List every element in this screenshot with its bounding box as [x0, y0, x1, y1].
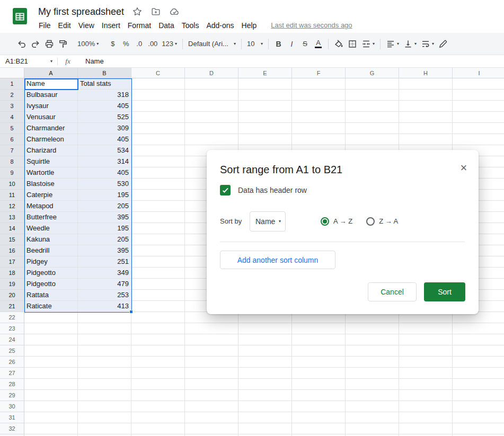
col-header-H[interactable]: H: [399, 68, 453, 78]
cell-A11[interactable]: Caterpie: [24, 190, 78, 201]
cell-A2[interactable]: Bulbasaur: [24, 90, 78, 101]
row-header-11[interactable]: 11: [0, 190, 24, 201]
cell-D4[interactable]: [185, 112, 238, 123]
col-header-D[interactable]: D: [185, 68, 238, 78]
cell-D26[interactable]: [185, 357, 238, 368]
cell-A7[interactable]: Charizard: [24, 145, 78, 156]
cell-C4[interactable]: [131, 112, 185, 123]
cell-C8[interactable]: [131, 156, 185, 167]
italic-button[interactable]: I: [285, 37, 298, 51]
cell-C19[interactable]: [131, 279, 185, 290]
cell-I6[interactable]: [453, 134, 504, 145]
cell-D2[interactable]: [185, 90, 238, 101]
cell-C21[interactable]: [131, 301, 185, 312]
cell-B29[interactable]: [78, 390, 131, 401]
menu-format[interactable]: Format: [124, 20, 155, 31]
cell-C23[interactable]: [131, 323, 185, 334]
cell-B6[interactable]: 405: [78, 134, 131, 145]
menu-help[interactable]: Help: [238, 20, 261, 31]
cell-D28[interactable]: [185, 379, 238, 390]
cell-I30[interactable]: [453, 401, 504, 412]
cell-C28[interactable]: [131, 379, 185, 390]
cell-C10[interactable]: [131, 179, 185, 190]
cell-A22[interactable]: [24, 312, 78, 323]
cell-I23[interactable]: [453, 323, 504, 334]
cell-G31[interactable]: [346, 412, 399, 423]
cell-F4[interactable]: [292, 112, 346, 123]
cell-D3[interactable]: [185, 101, 238, 112]
decrease-decimal-places-button[interactable]: .0: [132, 37, 146, 51]
cell-I29[interactable]: [453, 390, 504, 401]
cell-I4[interactable]: [453, 112, 504, 123]
cell-B17[interactable]: 251: [78, 256, 131, 268]
cell-E26[interactable]: [238, 357, 292, 368]
borders-button[interactable]: [346, 37, 359, 51]
star-icon[interactable]: [132, 6, 143, 17]
cell-C29[interactable]: [131, 390, 185, 401]
menu-tools[interactable]: Tools: [178, 20, 203, 31]
menu-edit[interactable]: Edit: [55, 20, 75, 31]
radio-a-to-z[interactable]: A → Z: [321, 217, 352, 226]
cell-I28[interactable]: [453, 379, 504, 390]
cell-C32[interactable]: [131, 423, 185, 434]
zoom-button[interactable]: 100%▾: [75, 37, 101, 51]
redo-button[interactable]: [29, 37, 42, 51]
cell-G32[interactable]: [346, 423, 399, 434]
row-header-17[interactable]: 17: [0, 256, 24, 268]
cell-B14[interactable]: 195: [78, 223, 131, 234]
cell-I31[interactable]: [453, 412, 504, 423]
vertical-align-button[interactable]: ▾: [401, 37, 419, 51]
cell-E29[interactable]: [238, 390, 292, 401]
cell-E2[interactable]: [238, 90, 292, 101]
cell-C17[interactable]: [131, 256, 185, 268]
cell-B31[interactable]: [78, 412, 131, 423]
formula-input[interactable]: Name: [78, 57, 504, 65]
cell-E24[interactable]: [238, 334, 292, 345]
cell-F30[interactable]: [292, 401, 346, 412]
cell-F24[interactable]: [292, 334, 346, 345]
header-row-checkbox[interactable]: [220, 185, 231, 195]
menu-insert[interactable]: Insert: [98, 20, 124, 31]
cell-A4[interactable]: Venusaur: [24, 112, 78, 123]
paint-format-button[interactable]: [56, 37, 70, 51]
cell-C30[interactable]: [131, 401, 185, 412]
cell-C20[interactable]: [131, 290, 185, 301]
cell-G2[interactable]: [346, 90, 399, 101]
cell-G26[interactable]: [346, 357, 399, 368]
menu-view[interactable]: View: [75, 20, 98, 31]
cell-G29[interactable]: [346, 390, 399, 401]
cell-C2[interactable]: [131, 90, 185, 101]
cell-G5[interactable]: [346, 123, 399, 134]
cell-A26[interactable]: [24, 357, 78, 368]
cell-H1[interactable]: [399, 78, 453, 90]
cell-C7[interactable]: [131, 145, 185, 156]
cell-C9[interactable]: [131, 167, 185, 179]
cell-G4[interactable]: [346, 112, 399, 123]
cell-E31[interactable]: [238, 412, 292, 423]
cell-H31[interactable]: [399, 412, 453, 423]
move-to-folder-icon[interactable]: [151, 6, 161, 17]
cell-I5[interactable]: [453, 123, 504, 134]
cell-G24[interactable]: [346, 334, 399, 345]
cell-D25[interactable]: [185, 345, 238, 357]
cell-A17[interactable]: Pidgey: [24, 256, 78, 268]
cell-B32[interactable]: [78, 423, 131, 434]
row-header-12[interactable]: 12: [0, 201, 24, 212]
bold-button[interactable]: B: [272, 37, 285, 51]
row-header-29[interactable]: 29: [0, 390, 24, 401]
cell-A24[interactable]: [24, 334, 78, 345]
cell-E28[interactable]: [238, 379, 292, 390]
cell-E30[interactable]: [238, 401, 292, 412]
cell-D1[interactable]: [185, 78, 238, 90]
cell-A19[interactable]: Pidgeotto: [24, 279, 78, 290]
cell-C25[interactable]: [131, 345, 185, 357]
cell-H23[interactable]: [399, 323, 453, 334]
row-header-31[interactable]: 31: [0, 412, 24, 423]
cell-E25[interactable]: [238, 345, 292, 357]
cell-H4[interactable]: [399, 112, 453, 123]
cell-A6[interactable]: Charmeleon: [24, 134, 78, 145]
cell-I3[interactable]: [453, 101, 504, 112]
font-family-button[interactable]: Default (Ari...▾: [186, 37, 238, 51]
row-header-4[interactable]: 4: [0, 112, 24, 123]
cell-D5[interactable]: [185, 123, 238, 134]
